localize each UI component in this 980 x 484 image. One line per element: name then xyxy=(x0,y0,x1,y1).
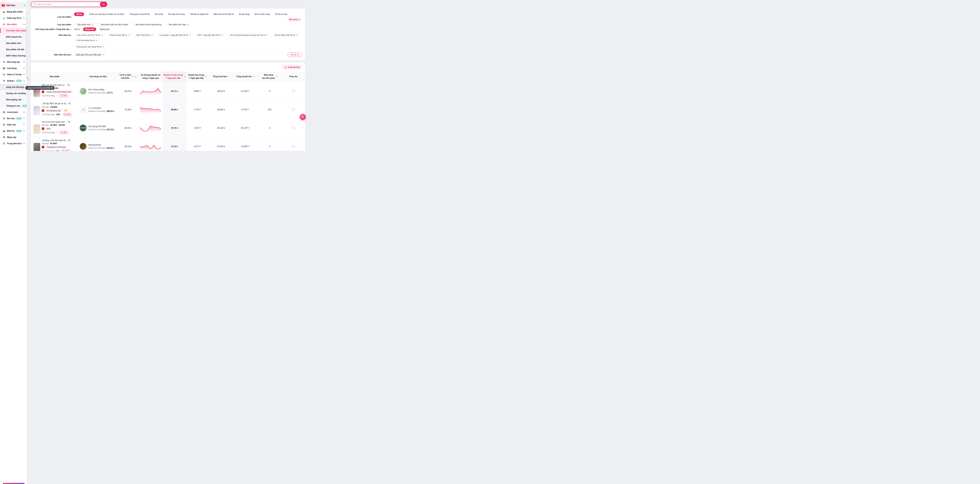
condition-dropdown[interactable]: Tỷ lệ hoa hồng:Tất cả xyxy=(74,38,100,42)
condition-dropdown[interactable]: Phương thức bán hàng:Tất cả xyxy=(74,45,107,49)
category-option[interactable]: Ô tô & xe máy xyxy=(275,13,287,15)
sidebar-item-market[interactable]: Phân loại thị trườn xyxy=(0,15,27,21)
category-option[interactable]: Đồ ăn & Đồ uống xyxy=(255,13,270,15)
sku-pill[interactable]: SKU xyxy=(59,94,68,97)
shop-avatar[interactable] xyxy=(80,143,87,150)
support-button[interactable] xyxy=(300,114,306,120)
translate-icon[interactable] xyxy=(68,103,71,105)
sidebar-subitem[interactable]: BXH Video thương ... xyxy=(0,52,27,59)
translate-icon[interactable] xyxy=(68,139,70,141)
sidebar-subitem[interactable]: Nhà quảng cáo xyxy=(0,97,27,103)
category-option[interactable]: Chăm sóc sắc đẹp & Chăm sóc cá nhân xyxy=(89,13,124,15)
condition-dropdown[interactable]: GMV 7 ngày gần đây:Tất cả xyxy=(195,33,225,37)
sidebar-subitem[interactable]: Quảng cáo seeding xyxy=(0,90,27,97)
sidebar-item-upgrade[interactable]: Nâng cấp xyxy=(0,134,27,140)
revenue-7d-cell: 8,98Tỉ ₫ xyxy=(186,90,209,92)
shop-avatar[interactable]: DTA-999 xyxy=(80,124,87,132)
sidebar-item-home[interactable]: Bảng điều khiển xyxy=(0,9,27,15)
sort-descending-icon[interactable]: ▼ xyxy=(184,76,185,78)
condition-dropdown[interactable]: Giá bán thấp nhất:Tất cả xyxy=(272,33,300,37)
sidebar-subitem[interactable]: Tìm kiếm Sản phẩm xyxy=(0,27,27,34)
product-image[interactable] xyxy=(33,143,40,151)
sidebar-item-store[interactable]: Cửa hàng xyxy=(0,65,27,71)
sidebar-item-account[interactable]: Trung tâm tài khoả xyxy=(0,140,27,147)
sort-descending-icon[interactable]: ▼ xyxy=(132,76,134,78)
column-header[interactable]: Nhà sángtạo liên quan▼ xyxy=(257,71,282,82)
sort-descending-icon[interactable]: ▼ xyxy=(253,76,254,78)
column-header[interactable]: Doanh thu trong7 ngày gần đây▼ xyxy=(186,71,209,82)
sort-descending-icon[interactable]: ▼ xyxy=(205,76,207,78)
shop-avatar[interactable]: L.S xyxy=(80,106,87,113)
favorite-star-button[interactable]: ☆ xyxy=(291,108,296,111)
category-option[interactable]: Đồ gia dụng xyxy=(239,13,250,15)
favorite-star-button[interactable]: ☆ xyxy=(291,89,296,93)
sidebar-subitem[interactable]: Thông tin chi...NEW xyxy=(0,103,27,109)
shop-name[interactable]: Gia Dụng DTA-999 xyxy=(88,125,114,128)
country-selector[interactable]: ★ Việt Nam xyxy=(0,2,27,9)
sidebar-submenu: Tìm kiếm Sản phẩmBXH doanh thuSản phẩm m… xyxy=(0,27,27,59)
search-input[interactable] xyxy=(33,3,100,5)
sidebar-item-rank[interactable]: BXH Cơ QuanNEW xyxy=(0,128,27,134)
sku-pill[interactable]: SKU xyxy=(61,149,71,151)
condition-dropdown[interactable]: Tỷ lệ ra đơn của KOL:Tất cả xyxy=(74,33,105,37)
status-option[interactable]: Ngừng bán xyxy=(100,28,110,30)
close-icon[interactable]: × xyxy=(102,54,104,56)
sidebar-item-ads[interactable]: Quảng cáoNEW xyxy=(0,78,27,84)
product-image[interactable] xyxy=(33,124,40,134)
column-header[interactable]: Tỷ lệ ra đơncủa KOL▼? xyxy=(118,71,138,82)
sidebar-item-video[interactable]: Video & Tài liệu xyxy=(0,71,27,78)
sidebar-scrollbar[interactable] xyxy=(26,11,27,79)
column-header[interactable]: Tổng doanh thu▼ xyxy=(233,71,257,82)
category-option[interactable]: Thể thao & Ngoài trời xyxy=(190,13,208,15)
condition-dropdown[interactable]: Tổng lượt bán:Tất cả xyxy=(107,33,132,37)
category-option[interactable]: Trang phục nữ & Đồ lót xyxy=(129,13,150,15)
checkbox[interactable] xyxy=(132,23,134,26)
shop-name[interactable]: Kho Tưởng Hằng xyxy=(88,88,113,91)
checkbox[interactable] xyxy=(74,23,76,26)
condition-dropdown[interactable]: Lượng bán 7 ngày gần đây:Tất cả xyxy=(158,33,193,37)
checkbox[interactable] xyxy=(97,23,100,26)
sku-pill[interactable]: SKU xyxy=(59,131,68,134)
favorite-star-button[interactable]: ☆ xyxy=(291,144,296,148)
sidebar-collapse-handle[interactable]: ‹ xyxy=(27,77,29,81)
product-title[interactable]: 【8 hộp 99k】Mi giả có sẵ... xyxy=(42,102,68,105)
condition-dropdown[interactable]: Số lượng Nhà sáng tạo thương mại:Tất cả xyxy=(228,33,270,37)
sidebar-item-product[interactable]: Sản phẩm xyxy=(0,21,27,27)
sidebar-item-ai[interactable]: Bộ công cụ AINEW xyxy=(0,115,27,122)
sidebar-subitem[interactable]: BXH doanh thu xyxy=(0,34,27,40)
sidebar-item-monitor[interactable]: Giám sát xyxy=(0,122,27,128)
search-button[interactable] xyxy=(100,2,107,7)
clear-all-button[interactable]: Xóa tất cả xyxy=(288,53,302,57)
sort-descending-icon[interactable]: ▼ xyxy=(276,76,277,78)
shop-avatar[interactable] xyxy=(80,87,87,95)
sidebar-subitem[interactable]: Sản phẩm nổi bật xyxy=(0,46,27,52)
commission-value: - xyxy=(56,132,57,133)
expand-button[interactable]: Mở rộng xyxy=(287,17,302,22)
favorite-star-button[interactable]: ☆ xyxy=(291,126,296,130)
category-option[interactable]: Điện thoại & Đồ điện tử xyxy=(214,13,234,15)
export-button[interactable]: Xuất dữ liệu xyxy=(282,65,302,70)
sku-pill[interactable]: SKU xyxy=(62,113,72,116)
status-option[interactable]: Tất cả xyxy=(74,28,80,30)
column-header[interactable]: Doanh số bán trong7 ngày gần đây▼ xyxy=(163,71,186,82)
product-image[interactable] xyxy=(33,106,40,116)
checkbox[interactable] xyxy=(165,23,167,26)
translate-icon[interactable] xyxy=(68,121,70,123)
product-title[interactable]: chỉ tặng 1 thẻ bảo hành th... xyxy=(42,139,67,141)
status-option[interactable]: Đang bán xyxy=(83,27,96,31)
shop-name[interactable]: Newxperfume xyxy=(88,144,114,146)
sidebar-subitem[interactable]: Sản phẩm mới xyxy=(0,40,27,46)
category-option[interactable]: Phụ kiện thời trang xyxy=(168,13,185,15)
category-all-pill[interactable]: Tất cả xyxy=(74,12,84,16)
sidebar-item-creator[interactable]: Nhà sáng tạo xyxy=(0,59,27,65)
product-title[interactable]: Thư tri ân kèm phiếu bảo ... xyxy=(42,121,67,123)
condition-dropdown[interactable]: GMV tổng:Tất cả xyxy=(134,33,156,37)
shop-name[interactable]: L.S cosmetics xyxy=(88,107,114,109)
sidebar-item-live[interactable]: Livestream xyxy=(0,109,27,115)
column-header[interactable]: Tổng lượt bán▼ xyxy=(209,71,233,82)
category-option[interactable]: Sức khỏe xyxy=(154,13,163,15)
sort-descending-icon[interactable]: ▼ xyxy=(228,76,229,78)
revenue-7d-cell: 3,67Tỉ ₫ xyxy=(186,145,209,148)
translate-icon[interactable] xyxy=(68,84,70,86)
sidebar-subitem[interactable]: uảng cáo thương ... xyxy=(0,84,27,90)
